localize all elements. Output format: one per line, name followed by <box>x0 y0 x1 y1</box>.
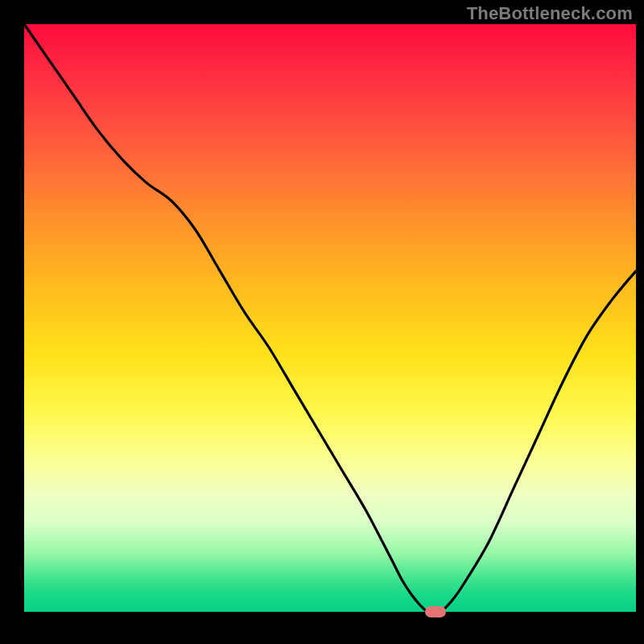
heat-gradient-background <box>24 24 636 612</box>
chart-container: TheBottleneck.com <box>0 0 644 644</box>
watermark-text: TheBottleneck.com <box>467 3 633 24</box>
